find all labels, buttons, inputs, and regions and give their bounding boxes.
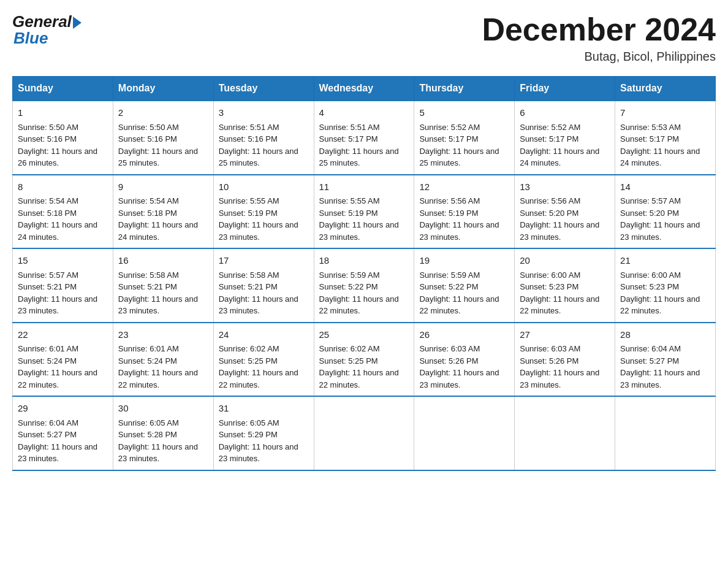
sunrise-info: Sunrise: 6:03 AMSunset: 5:26 PMDaylight:… xyxy=(520,344,599,389)
calendar-cell: 7 Sunrise: 5:53 AMSunset: 5:17 PMDayligh… xyxy=(615,101,716,175)
calendar-week-row: 29 Sunrise: 6:04 AMSunset: 5:27 PMDaylig… xyxy=(13,396,716,470)
day-header-tuesday: Tuesday xyxy=(213,77,314,101)
day-header-saturday: Saturday xyxy=(615,77,716,101)
calendar-cell: 23 Sunrise: 6:01 AMSunset: 5:24 PMDaylig… xyxy=(113,323,213,397)
calendar-cell xyxy=(414,396,515,470)
calendar-cell: 4 Sunrise: 5:51 AMSunset: 5:17 PMDayligh… xyxy=(314,101,414,175)
calendar-cell: 8 Sunrise: 5:54 AMSunset: 5:18 PMDayligh… xyxy=(13,175,113,249)
day-header-friday: Friday xyxy=(515,77,615,101)
sunrise-info: Sunrise: 5:55 AMSunset: 5:19 PMDaylight:… xyxy=(219,196,298,242)
sunrise-info: Sunrise: 5:54 AMSunset: 5:18 PMDaylight:… xyxy=(118,196,198,242)
calendar-week-row: 8 Sunrise: 5:54 AMSunset: 5:18 PMDayligh… xyxy=(13,175,716,249)
calendar-cell: 22 Sunrise: 6:01 AMSunset: 5:24 PMDaylig… xyxy=(13,323,113,397)
calendar-cell: 18 Sunrise: 5:59 AMSunset: 5:22 PMDaylig… xyxy=(314,248,414,323)
day-number: 20 xyxy=(520,254,610,268)
logo-arrow-icon xyxy=(73,17,82,29)
calendar-cell: 5 Sunrise: 5:52 AMSunset: 5:17 PMDayligh… xyxy=(414,101,515,175)
location-subtitle: Butag, Bicol, Philippines xyxy=(482,50,716,64)
page-header: General Blue December 2024 Butag, Bicol,… xyxy=(12,12,716,64)
sunrise-info: Sunrise: 6:04 AMSunset: 5:27 PMDaylight:… xyxy=(620,344,700,389)
day-number: 29 xyxy=(18,402,108,416)
day-number: 26 xyxy=(419,328,509,342)
day-number: 12 xyxy=(419,180,509,194)
calendar-cell: 3 Sunrise: 5:51 AMSunset: 5:16 PMDayligh… xyxy=(213,101,314,175)
sunrise-info: Sunrise: 5:56 AMSunset: 5:19 PMDaylight:… xyxy=(419,196,499,242)
calendar-cell: 14 Sunrise: 5:57 AMSunset: 5:20 PMDaylig… xyxy=(615,175,716,249)
day-number: 30 xyxy=(118,402,208,416)
day-number: 18 xyxy=(319,254,409,268)
calendar-cell xyxy=(615,396,716,470)
calendar-cell: 1 Sunrise: 5:50 AMSunset: 5:16 PMDayligh… xyxy=(13,101,113,175)
day-number: 22 xyxy=(18,328,108,342)
sunrise-info: Sunrise: 5:58 AMSunset: 5:21 PMDaylight:… xyxy=(118,270,198,316)
day-header-wednesday: Wednesday xyxy=(314,77,414,101)
calendar-cell: 29 Sunrise: 6:04 AMSunset: 5:27 PMDaylig… xyxy=(13,396,113,470)
calendar-cell: 9 Sunrise: 5:54 AMSunset: 5:18 PMDayligh… xyxy=(113,175,213,249)
sunrise-info: Sunrise: 5:57 AMSunset: 5:21 PMDaylight:… xyxy=(18,270,97,316)
sunrise-info: Sunrise: 5:50 AMSunset: 5:16 PMDaylight:… xyxy=(118,123,198,168)
calendar-cell: 28 Sunrise: 6:04 AMSunset: 5:27 PMDaylig… xyxy=(615,323,716,397)
calendar-header-row: SundayMondayTuesdayWednesdayThursdayFrid… xyxy=(13,77,716,101)
sunrise-info: Sunrise: 5:51 AMSunset: 5:16 PMDaylight:… xyxy=(219,123,298,168)
day-number: 14 xyxy=(620,180,710,194)
calendar-week-row: 1 Sunrise: 5:50 AMSunset: 5:16 PMDayligh… xyxy=(13,101,716,175)
logo-blue-text: Blue xyxy=(12,29,48,48)
calendar-cell: 21 Sunrise: 6:00 AMSunset: 5:23 PMDaylig… xyxy=(615,248,716,323)
day-number: 25 xyxy=(319,328,409,342)
day-number: 9 xyxy=(118,180,208,194)
day-number: 3 xyxy=(219,106,309,120)
day-number: 13 xyxy=(520,180,610,194)
calendar-cell: 26 Sunrise: 6:03 AMSunset: 5:26 PMDaylig… xyxy=(414,323,515,397)
sunrise-info: Sunrise: 5:55 AMSunset: 5:19 PMDaylight:… xyxy=(319,196,399,242)
sunrise-info: Sunrise: 6:02 AMSunset: 5:25 PMDaylight:… xyxy=(219,344,298,389)
day-number: 23 xyxy=(118,328,208,342)
day-header-thursday: Thursday xyxy=(414,77,515,101)
sunrise-info: Sunrise: 6:01 AMSunset: 5:24 PMDaylight:… xyxy=(118,344,198,389)
sunrise-info: Sunrise: 5:54 AMSunset: 5:18 PMDaylight:… xyxy=(18,196,97,242)
calendar-cell: 24 Sunrise: 6:02 AMSunset: 5:25 PMDaylig… xyxy=(213,323,314,397)
sunrise-info: Sunrise: 5:51 AMSunset: 5:17 PMDaylight:… xyxy=(319,123,399,168)
day-number: 31 xyxy=(219,402,309,416)
day-number: 11 xyxy=(319,180,409,194)
sunrise-info: Sunrise: 5:59 AMSunset: 5:22 PMDaylight:… xyxy=(419,270,499,316)
calendar-cell xyxy=(515,396,615,470)
sunrise-info: Sunrise: 5:56 AMSunset: 5:20 PMDaylight:… xyxy=(520,196,599,242)
day-number: 28 xyxy=(620,328,710,342)
sunrise-info: Sunrise: 6:01 AMSunset: 5:24 PMDaylight:… xyxy=(18,344,97,389)
calendar-cell: 27 Sunrise: 6:03 AMSunset: 5:26 PMDaylig… xyxy=(515,323,615,397)
day-number: 8 xyxy=(18,180,108,194)
day-number: 7 xyxy=(620,106,710,120)
day-number: 2 xyxy=(118,106,208,120)
calendar-cell: 30 Sunrise: 6:05 AMSunset: 5:28 PMDaylig… xyxy=(113,396,213,470)
day-number: 6 xyxy=(520,106,610,120)
day-number: 16 xyxy=(118,254,208,268)
calendar-week-row: 22 Sunrise: 6:01 AMSunset: 5:24 PMDaylig… xyxy=(13,323,716,397)
day-number: 1 xyxy=(18,106,108,120)
sunrise-info: Sunrise: 6:05 AMSunset: 5:28 PMDaylight:… xyxy=(118,418,198,464)
calendar-cell: 25 Sunrise: 6:02 AMSunset: 5:25 PMDaylig… xyxy=(314,323,414,397)
day-header-monday: Monday xyxy=(113,77,213,101)
sunrise-info: Sunrise: 6:00 AMSunset: 5:23 PMDaylight:… xyxy=(620,270,700,316)
day-number: 24 xyxy=(219,328,309,342)
month-title: December 2024 xyxy=(482,12,716,47)
calendar-cell: 10 Sunrise: 5:55 AMSunset: 5:19 PMDaylig… xyxy=(213,175,314,249)
day-number: 4 xyxy=(319,106,409,120)
day-number: 27 xyxy=(520,328,610,342)
calendar-cell: 19 Sunrise: 5:59 AMSunset: 5:22 PMDaylig… xyxy=(414,248,515,323)
calendar-cell: 13 Sunrise: 5:56 AMSunset: 5:20 PMDaylig… xyxy=(515,175,615,249)
sunrise-info: Sunrise: 5:59 AMSunset: 5:22 PMDaylight:… xyxy=(319,270,399,316)
sunrise-info: Sunrise: 5:50 AMSunset: 5:16 PMDaylight:… xyxy=(18,123,97,168)
sunrise-info: Sunrise: 5:52 AMSunset: 5:17 PMDaylight:… xyxy=(520,123,599,168)
day-number: 21 xyxy=(620,254,710,268)
day-number: 15 xyxy=(18,254,108,268)
calendar-table: SundayMondayTuesdayWednesdayThursdayFrid… xyxy=(12,76,716,471)
day-number: 5 xyxy=(419,106,509,120)
calendar-week-row: 15 Sunrise: 5:57 AMSunset: 5:21 PMDaylig… xyxy=(13,248,716,323)
calendar-cell: 2 Sunrise: 5:50 AMSunset: 5:16 PMDayligh… xyxy=(113,101,213,175)
calendar-cell xyxy=(314,396,414,470)
calendar-cell: 11 Sunrise: 5:55 AMSunset: 5:19 PMDaylig… xyxy=(314,175,414,249)
day-number: 17 xyxy=(219,254,309,268)
sunrise-info: Sunrise: 5:52 AMSunset: 5:17 PMDaylight:… xyxy=(419,123,499,168)
day-number: 10 xyxy=(219,180,309,194)
sunrise-info: Sunrise: 6:00 AMSunset: 5:23 PMDaylight:… xyxy=(520,270,599,316)
